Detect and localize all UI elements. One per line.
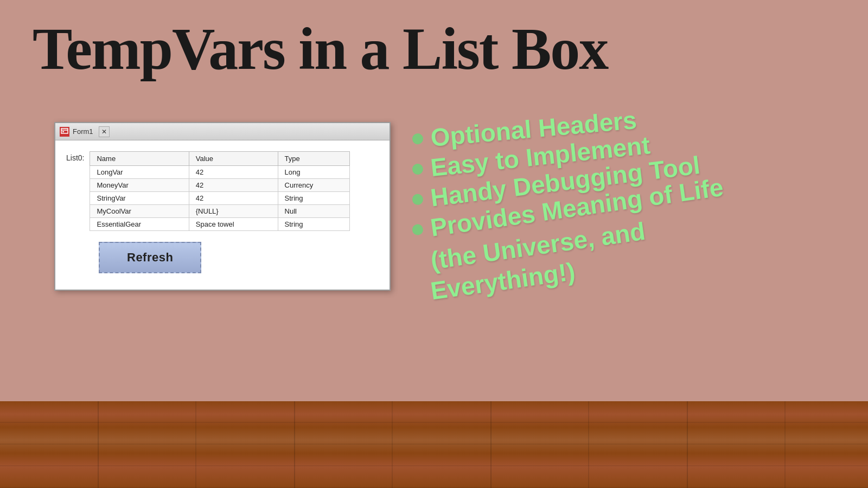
table-row: MoneyVar42Currency — [90, 179, 350, 192]
windows-form: Form1 ✕ List0: Name Value Type LongVar42… — [54, 122, 391, 291]
cell-value-2: 42 — [189, 192, 278, 205]
col-header-value: Value — [189, 152, 278, 166]
page-title: TempVars in a List Box — [33, 16, 608, 82]
cell-value-3: {NULL} — [189, 205, 278, 218]
listbox-row: List0: Name Value Type LongVar42LongMone… — [66, 151, 379, 231]
svg-rect-0 — [61, 129, 68, 133]
table-row: LongVar42Long — [90, 166, 350, 179]
bullet-dot-4 — [412, 223, 424, 236]
cell-type-1: Currency — [278, 179, 350, 192]
bullet-dot-3 — [412, 194, 424, 206]
main-wall: TempVars in a List Box Form1 ✕ List0: — [0, 0, 868, 401]
cell-value-1: 42 — [189, 179, 278, 192]
cell-name-1: MoneyVar — [90, 179, 189, 192]
col-header-name: Name — [90, 152, 189, 166]
cell-name-3: MyCoolVar — [90, 205, 189, 218]
close-button[interactable]: ✕ — [99, 126, 110, 137]
list-label: List0: — [66, 153, 84, 162]
bullet-dot-2 — [412, 163, 424, 175]
cell-type-0: Long — [278, 166, 350, 179]
cell-type-2: String — [278, 192, 350, 205]
cell-name-0: LongVar — [90, 166, 189, 179]
svg-rect-2 — [62, 131, 64, 132]
cell-type-3: Null — [278, 205, 350, 218]
col-header-type: Type — [278, 152, 350, 166]
form-body: List0: Name Value Type LongVar42LongMone… — [55, 140, 390, 290]
floor-decoration — [0, 401, 868, 488]
table-row: EssentialGearSpace towelString — [90, 218, 350, 231]
bullet-dot-1 — [412, 133, 424, 145]
form-title: Form1 — [73, 127, 93, 136]
titlebar: Form1 ✕ — [55, 123, 390, 140]
refresh-button-wrapper: Refresh — [99, 242, 379, 273]
cell-name-4: EssentialGear — [90, 218, 189, 231]
cell-value-4: Space towel — [189, 218, 278, 231]
cell-value-0: 42 — [189, 166, 278, 179]
table-row: MyCoolVar{NULL}Null — [90, 205, 350, 218]
table-row: StringVar42String — [90, 192, 350, 205]
refresh-button[interactable]: Refresh — [99, 242, 201, 273]
bullet-list: Optional Headers Easy to Implement Handy… — [412, 125, 857, 306]
form-icon — [60, 127, 69, 137]
cell-name-2: StringVar — [90, 192, 189, 205]
data-table: Name Value Type LongVar42LongMoneyVar42C… — [90, 151, 350, 231]
cell-type-4: String — [278, 218, 350, 231]
